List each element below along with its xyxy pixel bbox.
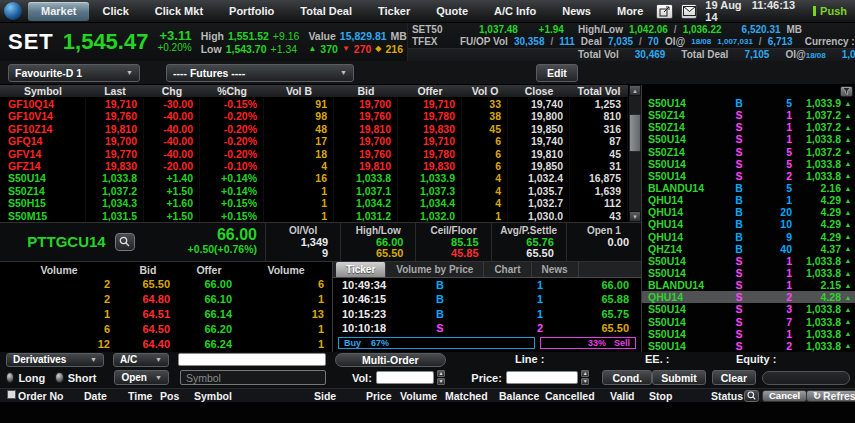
quote-row[interactable]: S50U141,033.8+1.40+0.14%161,033.81,033.9… [0,172,628,184]
tab-click-mkt[interactable]: Click Mkt [142,0,216,22]
symbol-search-button[interactable] [115,233,135,251]
trade-feed-row[interactable]: S50U14S21,033.8▲ [642,170,855,182]
equity-value-field[interactable] [762,371,850,385]
quote-row[interactable]: GF10Q1419,710-30.00-0.15%9119,70019,7103… [0,98,628,110]
account-select[interactable]: A/C ▼ [113,353,169,367]
col-offer[interactable]: Offer [398,85,462,98]
trade-feed-row[interactable]: S50Z14S11,037.2▲ [642,121,855,133]
trade-feed-row[interactable]: QHU14B104.29▲ [642,218,855,230]
trade-feed-row[interactable]: S50U14B51,033.9▲ [642,97,855,109]
quote-row[interactable]: GFQ1419,700-40.00-0.20%1719,70019,710619… [0,135,628,147]
symbol-input[interactable] [180,370,326,385]
tab-click[interactable]: Click [89,0,141,22]
mail-icon[interactable] [681,4,698,19]
trade-feed-row[interactable]: S50U14S71,033.8▲ [642,316,855,328]
trade-feed-row[interactable]: S50Z14S11,037.2▲ [642,109,855,121]
tab-news[interactable]: News [549,0,604,22]
depth-row[interactable]: 164.5166.1413 [0,307,332,322]
trade-feed-row[interactable]: S50U14S11,033.8▲ [642,133,855,145]
tab-quote[interactable]: Quote [423,0,481,22]
ticker-row[interactable]: 10:15:23B165.75 [333,307,641,322]
trade-feed-row[interactable]: S50U14S11,033.8▲ [642,267,855,279]
trade-feed-row[interactable]: S50U14S21,033.8▲ [642,340,855,352]
depth-row[interactable]: 265.5066.006 [0,277,332,292]
tab-a-c-info[interactable]: A/C Info [481,0,549,22]
export-icon[interactable] [656,4,673,19]
multi-order-button[interactable]: Multi-Order [335,353,446,367]
condition-button[interactable]: Cond. [602,370,652,385]
trade-feed-row[interactable]: BLANDU14B52.16▲ [642,182,855,194]
col-last[interactable]: Last [86,85,144,98]
trade-feed-row[interactable]: S50Z14S51,037.2▲ [642,146,855,158]
ticker-tab-volume-by-price[interactable]: Volume by Price [386,262,484,277]
trade-feed-row[interactable]: QHU14B204.29▲ [642,206,855,218]
short-radio[interactable] [55,372,63,383]
quote-row[interactable]: S50H151,034.3+1.60+0.15%11,034.21,034.44… [0,197,628,209]
trade-feed-row[interactable]: S50U14S51,033.8▲ [642,158,855,170]
tab-market[interactable]: Market [28,2,89,21]
tab-more[interactable]: More [604,0,656,22]
ticker-tab-news[interactable]: News [532,262,579,277]
order-search-icon[interactable] [744,390,759,402]
col-bid[interactable]: Bid [334,85,398,98]
col-volo[interactable]: Vol O [462,85,508,98]
quote-row[interactable]: S50M151,031.5+1.50+0.15%11,031.21,032.01… [0,210,628,222]
ticker-row[interactable]: 10:10:18S265.50 [333,321,641,336]
stepper-down-icon[interactable]: ▼ [581,378,589,385]
scroll-up-icon[interactable]: ▲ [629,85,641,96]
col-totalvol[interactable]: Total Vol [570,85,628,98]
trade-feed-row[interactable]: QHU14S24.28▲ [642,291,855,303]
col-close[interactable]: Close [508,85,570,98]
scroll-down-icon[interactable]: ▼ [629,211,641,222]
quote-row[interactable]: GF10Z1419,810-40.00-0.20%4819,81019,8304… [0,123,628,135]
tab-ticker[interactable]: Ticker [365,0,423,22]
tab-portfolio[interactable]: Portfolio [216,0,287,22]
long-radio[interactable] [6,372,14,383]
quote-row[interactable]: GFV1419,770-40.00-0.20%1819,76019,780619… [0,148,628,160]
trade-feed-row[interactable]: QHZ14B404.37▲ [642,243,855,255]
trade-feed-row[interactable]: BLANDU14S12.15▲ [642,279,855,291]
position-select[interactable]: Open ▼ [114,370,169,385]
ticker-row[interactable]: 10:46:15B165.88 [333,292,641,307]
depth-row[interactable]: 664.5066.201 [0,322,332,337]
stepper-up-icon[interactable]: ▲ [581,370,589,377]
trade-feed-row[interactable]: S50U14S11,033.8▲ [642,255,855,267]
stepper-down-icon[interactable]: ▼ [437,378,445,385]
refresh-button[interactable]: ↻Refresh [806,390,855,402]
vol-stepper[interactable]: ▲▼ [437,370,445,385]
ticker-tab-chart[interactable]: Chart [484,262,531,277]
vol-input[interactable] [376,371,434,384]
quote-row[interactable]: GFZ1419,830-20.00-0.10%419,81019,830619,… [0,160,628,172]
col-pchg[interactable]: %Chg [200,85,264,98]
quote-row[interactable]: GF10V1419,760-40.00-0.20%9819,76019,7803… [0,110,628,122]
edit-button[interactable]: Edit [536,64,578,82]
cancel-button[interactable]: Cancel [762,390,807,402]
col-volb[interactable]: Vol B [264,85,334,98]
col-chg[interactable]: Chg [144,85,200,98]
table-scrollbar[interactable]: ▲ ▼ [628,85,641,222]
tab-total-deal[interactable]: Total Deal [287,0,365,22]
trade-feed-row[interactable]: QHU14B94.29▲ [642,231,855,243]
depth-row[interactable]: 264.8066.101 [0,292,332,307]
account-input[interactable] [178,353,326,366]
scroll-thumb[interactable] [629,114,641,152]
select-all-checkbox[interactable] [7,390,16,399]
ticker-tab-ticker[interactable]: Ticker [336,262,386,277]
col-symbol[interactable]: Symbol [0,85,86,98]
filter-funnel-icon[interactable] [840,86,853,97]
trade-feed-row[interactable]: QHU14B14.29▲ [642,194,855,206]
category-select[interactable]: ---- Futures ---- ▼ [166,64,354,82]
price-stepper[interactable]: ▲▼ [581,370,589,385]
market-type-select[interactable]: Derivatives ▼ [6,353,104,367]
price-input[interactable] [506,371,578,384]
push-button[interactable]: Push [803,5,847,17]
ticker-row[interactable]: 10:49:34B166.00 [333,278,641,293]
trade-feed-row[interactable]: S50U14S31,033.8▲ [642,303,855,315]
submit-button[interactable]: Submit [652,370,706,385]
clear-button[interactable]: Clear [712,370,756,385]
depth-row[interactable]: 1264.4066.241 [0,337,332,352]
favourite-select[interactable]: Favourite-D 1 ▼ [8,64,140,82]
stepper-up-icon[interactable]: ▲ [437,370,445,377]
quote-row[interactable]: S50Z141,037.2+1.50+0.14%11,037.11,037.34… [0,185,628,197]
trade-feed-row[interactable]: S50U14S11,033.8▲ [642,328,855,340]
